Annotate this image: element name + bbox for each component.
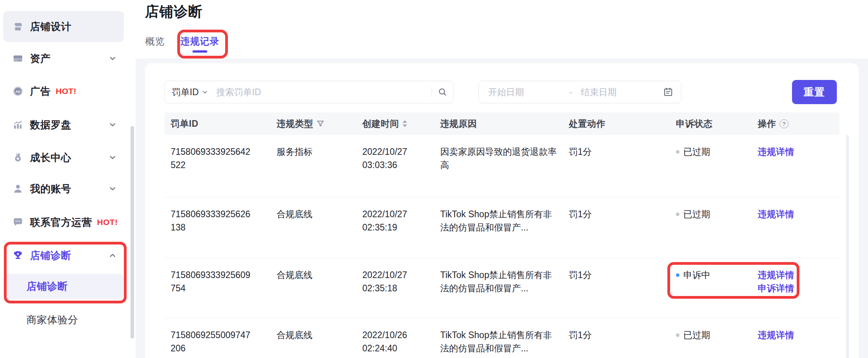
bar-chart-icon xyxy=(12,119,23,130)
status-label: 已过期 xyxy=(683,207,710,221)
column-header-action-taken: 处置动作 xyxy=(563,112,670,135)
cell-appeal-status: 已过期 xyxy=(670,318,752,358)
sidebar-item-label: 数据罗盘 xyxy=(30,118,71,132)
sidebar-item-assets[interactable]: 资产 xyxy=(3,46,124,71)
sidebar-item-label: 店铺设计 xyxy=(30,20,71,34)
sidebar-item-shop-diagnosis[interactable]: 店铺诊断 xyxy=(3,243,124,268)
cell-operations: 违规详情 xyxy=(752,318,840,358)
chevron-down-icon[interactable] xyxy=(108,153,117,162)
cell-appeal-status: 已过期 xyxy=(670,135,752,197)
violation-detail-link[interactable]: 违规详情 xyxy=(758,328,834,342)
sidebar-item-label: 店铺诊断 xyxy=(30,249,71,262)
cell-action-taken: 罚1分 xyxy=(563,197,670,258)
column-header-operation: 操作 ? xyxy=(752,112,840,135)
cell-operations: 违规详情 xyxy=(752,135,840,197)
page-title: 店铺诊断 xyxy=(145,2,203,21)
input-divider xyxy=(432,87,432,97)
sidebar-item-label: 成长中心 xyxy=(30,151,71,165)
end-date-field[interactable]: 结束日期 xyxy=(581,86,617,98)
status-label: 已过期 xyxy=(683,328,710,342)
medal-icon xyxy=(12,152,23,163)
chevron-down-icon[interactable] xyxy=(108,184,117,193)
table-header-row: 罚单ID 违规类型 创建时间 违规原因 处置动作 申诉状态 操作 ? xyxy=(164,112,840,135)
sidebar-item-label: 我的账号 xyxy=(30,182,71,196)
cell-action-taken: 罚1分 xyxy=(563,258,670,318)
sort-icon[interactable] xyxy=(402,120,407,127)
status-label: 已过期 xyxy=(683,145,710,158)
cell-violation-type: 合规底线 xyxy=(270,318,356,358)
cell-violation-reason: TikTok Shop禁止销售所有非法的仿冒品和假冒产... xyxy=(434,197,563,258)
table-row: 7158069333925642522 服务指标 2022/10/27 03:0… xyxy=(164,135,840,197)
user-icon xyxy=(12,183,23,194)
search-type-dropdown[interactable]: 罚单ID xyxy=(172,86,208,98)
ad-icon: AD xyxy=(12,86,23,97)
tab-violation-records[interactable]: 违规记录 xyxy=(180,35,219,48)
start-date-field[interactable]: 开始日期 xyxy=(488,86,524,98)
cell-penalty-id: 7158069333925626138 xyxy=(164,197,270,258)
sidebar-item-contact-official[interactable]: 联系官方运营 HOT! xyxy=(3,210,124,235)
violation-table: 罚单ID 违规类型 创建时间 违规原因 处置动作 申诉状态 操作 ? 71580… xyxy=(164,112,840,358)
hot-badge: HOT! xyxy=(56,87,76,96)
cell-violation-type: 合规底线 xyxy=(270,258,356,318)
search-box: 罚单ID xyxy=(164,81,454,103)
calendar-icon[interactable] xyxy=(663,87,673,97)
sidebar-subitem-shop-diagnosis[interactable]: 店铺诊断 xyxy=(3,274,124,299)
cell-operations: 违规详情 申诉详情 xyxy=(752,258,840,318)
cell-penalty-id: 7158069255009747206 xyxy=(164,318,270,358)
cell-created-time: 2022/10/27 02:35:19 xyxy=(356,197,434,258)
filter-funnel-icon[interactable] xyxy=(316,120,325,128)
help-icon[interactable]: ? xyxy=(780,119,789,128)
filter-bar: 罚单ID 开始日期 - 结束日期 重置 xyxy=(164,80,840,104)
chevron-down-icon[interactable] xyxy=(108,54,117,63)
search-icon[interactable] xyxy=(438,87,447,97)
sidebar-item-shop-design[interactable]: 店铺设计 xyxy=(3,11,124,42)
search-input[interactable] xyxy=(215,87,432,98)
violation-detail-link[interactable]: 违规详情 xyxy=(758,207,834,221)
sidebar-subitem-label: 商家体验分 xyxy=(26,313,78,327)
trophy-icon xyxy=(12,250,23,261)
column-header-appeal-status: 申诉状态 xyxy=(670,112,752,135)
table-row: 7158069255009747206 合规底线 2022/10/26 02:2… xyxy=(164,318,840,358)
violation-detail-link[interactable]: 违规详情 xyxy=(758,268,834,282)
sidebar-item-ads[interactable]: AD 广告 HOT! xyxy=(3,79,124,104)
sidebar-item-growth-center[interactable]: 成长中心 xyxy=(3,145,124,170)
cell-violation-reason: TikTok Shop禁止销售所有非法的仿冒品和假冒产... xyxy=(434,318,563,358)
tab-overview[interactable]: 概览 xyxy=(145,35,165,48)
credit-card-icon xyxy=(12,53,23,64)
sidebar-item-label: 资产 xyxy=(30,52,51,66)
status-label: 申诉中 xyxy=(683,268,710,282)
status-dot xyxy=(676,213,679,216)
status-dot xyxy=(676,273,679,277)
cell-action-taken: 罚1分 xyxy=(563,135,670,197)
status-dot xyxy=(676,333,679,337)
cell-penalty-id: 7158069333925642522 xyxy=(164,135,270,197)
sidebar-subitem-experience-score[interactable]: 商家体验分 xyxy=(3,307,124,333)
hot-badge: HOT! xyxy=(97,218,118,227)
sidebar-item-data-compass[interactable]: 数据罗盘 xyxy=(3,112,124,137)
sidebar-subitem-label: 店铺诊断 xyxy=(26,280,68,293)
status-dot xyxy=(676,150,679,154)
column-header-penalty-id: 罚单ID xyxy=(164,112,270,135)
sidebar-item-my-account[interactable]: 我的账号 xyxy=(3,176,124,201)
sidebar: 店铺设计 资产 AD 广告 HOT! 数据罗盘 成长中心 xyxy=(0,0,136,358)
svg-text:AD: AD xyxy=(16,90,21,94)
sidebar-item-label: 广告 xyxy=(30,85,51,98)
date-range-picker[interactable]: 开始日期 - 结束日期 xyxy=(478,81,681,103)
main-header: 店铺诊断 概览 违规记录 xyxy=(136,0,868,58)
sidebar-item-label: 联系官方运营 xyxy=(30,216,92,229)
cell-created-time: 2022/10/27 02:35:18 xyxy=(356,258,434,318)
reset-button[interactable]: 重置 xyxy=(792,80,837,104)
table-row: 7158069333925609754 合规底线 2022/10/27 02:3… xyxy=(164,258,840,318)
chevron-up-icon[interactable] xyxy=(108,251,117,260)
cell-operations: 违规详情 xyxy=(752,197,840,258)
sidebar-scrollbar[interactable] xyxy=(131,126,134,339)
cell-violation-reason: 因卖家原因导致的退货退款率高 xyxy=(434,135,563,197)
table-scrollbar[interactable] xyxy=(846,135,849,358)
appeal-detail-link[interactable]: 申诉详情 xyxy=(758,282,834,295)
column-header-created-time: 创建时间 xyxy=(356,112,434,135)
violation-detail-link[interactable]: 违规详情 xyxy=(758,145,834,158)
column-header-violation-type: 违规类型 xyxy=(270,112,356,135)
chevron-down-icon[interactable] xyxy=(108,121,117,129)
date-separator: - xyxy=(569,87,572,97)
cell-created-time: 2022/10/27 03:03:36 xyxy=(356,135,434,197)
